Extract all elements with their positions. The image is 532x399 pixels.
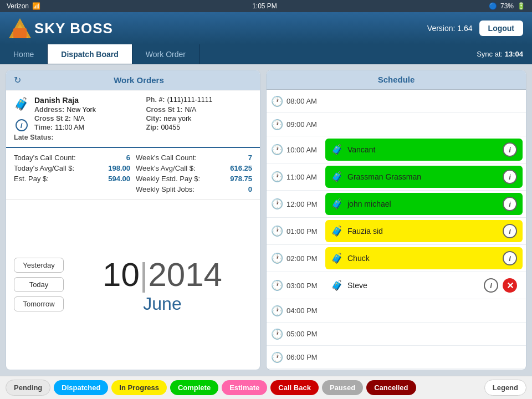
schedule-entry[interactable]: 🧳 Fauzia sid i — [325, 220, 523, 242]
clock-icon: 🕐 — [271, 198, 283, 210]
logo-icon — [9, 18, 31, 38]
legend-callback[interactable]: Call Back — [270, 380, 319, 395]
schedule-panel: Schedule 🕐08:00 AM🕐09:00 AM🕐10:00 AM 🧳 V… — [266, 70, 526, 370]
briefcase-icon: 🧳 — [14, 97, 29, 111]
legend-pending[interactable]: Pending — [6, 380, 50, 396]
schedule-time-cell: 🕐09:00 AM — [267, 115, 322, 134]
schedule-entry[interactable]: 🧳 john michael i — [325, 193, 523, 215]
status-bar-left: Verizon 📶 — [7, 2, 40, 10]
clock-icon: 🕐 — [271, 305, 283, 317]
wo-city-field: City: new york — [146, 115, 253, 122]
schedule-slot — [322, 355, 526, 360]
time-label: 02:00 PM — [287, 254, 318, 263]
schedule-time-cell: 🕐11:00 AM — [267, 167, 322, 186]
date-month: June — [73, 294, 252, 314]
entry-info-button[interactable]: i — [503, 224, 517, 238]
schedule-slot: 🧳 Chuck i — [322, 245, 526, 272]
entry-name: Steve — [347, 281, 479, 290]
entry-name: Fauzia sid — [347, 227, 498, 236]
nav-bar: Home Dispatch Board Work Order Sync at: … — [0, 44, 532, 64]
time-label: 04:00 PM — [287, 306, 318, 315]
entry-briefcase-icon: 🧳 — [331, 144, 343, 156]
entry-briefcase-icon: 🧳 — [331, 171, 343, 183]
legend-button[interactable]: Legend — [484, 380, 526, 396]
nav-dispatch-board[interactable]: Dispatch Board — [48, 44, 132, 64]
legend-bar: Pending Dispatched In Progress Complete … — [0, 376, 532, 399]
legend-paused[interactable]: Paused — [322, 380, 363, 395]
refresh-icon[interactable]: ↻ — [14, 75, 21, 85]
clock-icon: 🕐 — [271, 279, 283, 291]
wo-time-field: Time: 11:00 AM — [34, 124, 141, 131]
stat-est-pay: Est. Pay $: 594.00 — [14, 175, 130, 183]
tomorrow-button[interactable]: Tomorrow — [14, 296, 64, 311]
work-orders-title: Work Orders — [25, 75, 252, 85]
wo-zip-field: Zip: 00455 — [146, 124, 253, 131]
clock-icon: 🕐 — [271, 95, 283, 108]
schedule-row: 🕐05:00 PM — [267, 323, 526, 346]
clock-icon: 🕐 — [271, 328, 283, 340]
time-label: 08:00 AM — [287, 97, 317, 105]
entry-info-button[interactable]: i — [503, 170, 517, 184]
schedule-entry[interactable]: 🧳 Chuck i — [325, 247, 523, 269]
wo-crossst1-field: Cross St 1: N/A — [146, 106, 253, 114]
wo-phone-field: Ph. #: (111)111-1111 — [146, 96, 253, 105]
date-nav-buttons: Yesterday Today Tomorrow — [14, 258, 64, 311]
legend-cancelled[interactable]: Cancelled — [366, 380, 416, 395]
entry-briefcase-icon: 🧳 — [331, 279, 343, 291]
wo-crossst2-field: Cross St 2: N/A — [34, 115, 141, 122]
time-label: 10:00 AM — [287, 146, 317, 154]
info-icon[interactable]: i — [16, 119, 28, 131]
entry-info-button[interactable]: i — [503, 251, 517, 265]
logout-button[interactable]: Logout — [479, 21, 523, 36]
entry-info-button[interactable]: i — [503, 197, 517, 211]
time-label: 03:00 PM — [287, 282, 318, 290]
wo-name-field: Danish Raja — [34, 96, 141, 105]
schedule-title: Schedule — [378, 75, 415, 84]
legend-inprogress[interactable]: In Progress — [111, 380, 167, 395]
schedule-slot — [322, 309, 526, 313]
today-button[interactable]: Today — [14, 277, 64, 292]
nav-home[interactable]: Home — [0, 44, 48, 64]
entry-close-button[interactable]: ✕ — [503, 278, 517, 293]
yesterday-button[interactable]: Yesterday — [14, 258, 64, 273]
work-orders-header: ↻ Work Orders — [6, 70, 260, 90]
battery-text: 73% — [500, 2, 514, 10]
work-order-info: 🧳 i Danish Raja Ph. #: (111)111-1111 Add… — [6, 90, 260, 148]
entry-name: Vancant — [347, 145, 498, 154]
clock-icon: 🕐 — [271, 119, 283, 131]
schedule-entry[interactable]: 🧳 Vancant i — [325, 139, 523, 161]
clock-icon: 🕐 — [271, 252, 283, 264]
wifi-icon: 📶 — [32, 2, 40, 10]
stat-week-split: Weekly Split Jobs: 0 — [136, 185, 252, 193]
stat-today-avg: Today's Avg/Call $: 198.00 — [14, 164, 130, 172]
legend-dispatched[interactable]: Dispatched — [54, 380, 108, 395]
entry-info-button[interactable]: i — [484, 278, 498, 293]
schedule-time-cell: 🕐02:00 PM — [267, 249, 322, 268]
version-text: Version: 1.64 — [427, 24, 473, 33]
schedule-time-cell: 🕐06:00 PM — [267, 348, 322, 367]
carrier-text: Verizon — [7, 2, 29, 10]
stat-week-calls: Week's Call Count: 7 — [136, 154, 252, 162]
entry-briefcase-icon: 🧳 — [331, 225, 343, 237]
time-label: 09:00 AM — [287, 120, 317, 129]
schedule-row: 🕐08:00 AM — [267, 90, 526, 113]
schedule-slot — [322, 332, 526, 336]
schedule-slot: 🧳 john michael i — [322, 191, 526, 217]
status-bar-right: 🔵 73% 🔋 — [489, 2, 525, 10]
legend-complete[interactable]: Complete — [170, 380, 218, 395]
schedule-row: 🕐12:00 PM 🧳 john michael i — [267, 191, 526, 218]
entry-briefcase-icon: 🧳 — [331, 252, 343, 264]
schedule-entry[interactable]: 🧳 Steve i ✕ — [325, 274, 523, 296]
entry-info-button[interactable]: i — [503, 142, 517, 157]
schedule-row: 🕐10:00 AM 🧳 Vancant i — [267, 136, 526, 163]
schedule-slot: 🧳 Steve i ✕ — [322, 272, 526, 299]
customer-name: Danish Raja — [34, 96, 79, 105]
clock-icon: 🕐 — [271, 144, 283, 156]
schedule-time-cell: 🕐12:00 PM — [267, 195, 322, 213]
schedule-entry[interactable]: 🧳 Grassman Grassman i — [325, 166, 523, 188]
bluetooth-icon: 🔵 — [489, 2, 497, 10]
stat-today-calls: Today's Call Count: 6 — [14, 154, 130, 162]
legend-estimate[interactable]: Estimate — [222, 380, 267, 395]
nav-work-order[interactable]: Work Order — [132, 44, 200, 64]
time-label: 12:00 PM — [287, 200, 318, 208]
